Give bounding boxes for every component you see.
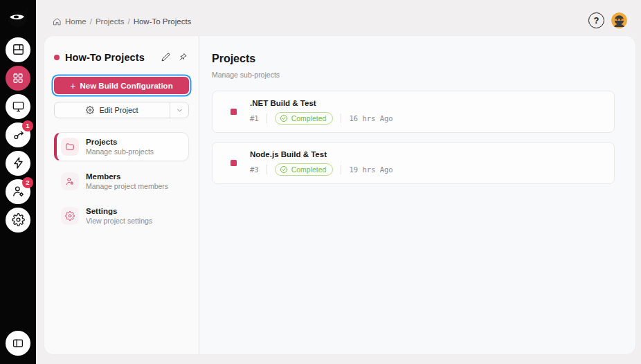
check-circle-icon <box>280 114 288 122</box>
breadcrumb-home[interactable]: Home <box>65 17 87 26</box>
meta-divider <box>267 113 267 123</box>
rail-item-collapse[interactable] <box>6 331 30 356</box>
breadcrumb-separator: / <box>127 17 129 26</box>
rail-item-pipelines[interactable]: 1 <box>6 122 30 147</box>
project-panel-header: How-To Projects <box>54 51 189 63</box>
chevron-down-icon <box>176 107 183 114</box>
breadcrumb: Home / Projects / How-To Projects <box>53 15 191 28</box>
sub-project-meta: #1 Completed 16 hrs Ago <box>250 112 393 125</box>
left-rail: 1 2 <box>0 0 36 364</box>
status-badge: Completed <box>275 112 334 125</box>
sidebar-collapse-icon <box>12 337 24 349</box>
card-body: .NET Build & Test #1 Completed 16 h <box>250 99 393 125</box>
pipelines-badge: 1 <box>22 120 33 131</box>
rail-item-users[interactable]: 2 <box>6 179 30 204</box>
apps-grid-icon <box>12 72 24 84</box>
panel-nav-settings[interactable]: Settings View project settings <box>54 201 189 230</box>
user-gear-icon <box>12 185 25 198</box>
project-color-square <box>231 109 237 115</box>
meta-divider <box>341 165 341 174</box>
edit-project-dropdown[interactable] <box>170 102 188 118</box>
ninja-logo[interactable] <box>4 4 32 32</box>
rail-item-monitor[interactable] <box>6 94 30 119</box>
avatar[interactable] <box>611 12 627 28</box>
page-subtitle: Manage sub-projects <box>212 71 615 79</box>
rail-item-agents[interactable] <box>6 151 30 176</box>
pin-icon <box>179 53 188 62</box>
pipeline-icon <box>12 128 25 141</box>
edit-project-label: Edit Project <box>99 106 138 114</box>
gear-icon <box>86 106 94 114</box>
panel-nav-settings-text: Settings View project settings <box>86 207 152 225</box>
folder-icon <box>61 138 79 156</box>
lightning-icon <box>12 156 25 170</box>
sub-project-card-dotnet[interactable]: .NET Build & Test #1 Completed 16 h <box>212 91 615 133</box>
check-circle-icon <box>280 165 288 174</box>
meta-divider <box>341 113 341 123</box>
nav-label: Projects <box>86 138 154 146</box>
home-icon <box>53 17 62 26</box>
avatar-ninja-image <box>611 12 627 28</box>
breadcrumb-current: How-To Projects <box>134 17 192 26</box>
plus-icon: + <box>70 81 75 91</box>
panel-nav-projects[interactable]: Projects Manage sub-projects <box>54 132 189 161</box>
panel-nav-projects-text: Projects Manage sub-projects <box>86 138 154 156</box>
sub-project-title: Node.js Build & Test <box>250 150 393 158</box>
nav-sublabel: View project settings <box>86 217 152 225</box>
question-icon: ? <box>594 15 599 26</box>
help-button[interactable]: ? <box>588 12 604 28</box>
status-badge: Completed <box>275 163 334 176</box>
edit-project-button[interactable]: Edit Project <box>54 102 189 118</box>
build-number: #3 <box>250 165 259 174</box>
users-badge: 2 <box>22 177 33 188</box>
main-content: Projects Manage sub-projects .NET Build … <box>199 36 635 354</box>
sub-project-list: .NET Build & Test #1 Completed 16 h <box>212 91 615 184</box>
breadcrumb-projects[interactable]: Projects <box>96 17 125 26</box>
sub-project-title: .NET Build & Test <box>250 99 393 107</box>
monitor-icon <box>12 100 25 113</box>
content-shell: How-To Projects + New Build Configuratio… <box>44 36 635 354</box>
project-color-square <box>231 160 237 166</box>
breadcrumb-separator: / <box>90 17 92 26</box>
settings-gear-icon <box>61 207 79 225</box>
edit-title-button[interactable] <box>160 51 172 63</box>
project-status-dot <box>54 55 60 60</box>
nav-sublabel: Manage sub-projects <box>86 147 154 156</box>
card-body: Node.js Build & Test #3 Completed 1 <box>250 150 393 176</box>
project-title: How-To Projects <box>65 52 154 63</box>
meta-divider <box>267 165 267 174</box>
edit-project-main: Edit Project <box>55 102 170 118</box>
build-time: 19 hrs Ago <box>349 165 392 174</box>
members-user-icon <box>61 172 79 190</box>
topbar-actions: ? <box>588 12 627 28</box>
dashboard-icon <box>12 43 25 56</box>
pencil-icon <box>161 53 170 62</box>
project-panel-nav: Projects Manage sub-projects Members Man… <box>54 132 189 230</box>
rail-item-projects[interactable] <box>6 66 30 91</box>
status-label: Completed <box>291 165 327 174</box>
new-build-configuration-label: New Build Configuration <box>80 82 173 90</box>
status-label: Completed <box>291 114 327 122</box>
pin-project-button[interactable] <box>177 51 189 63</box>
panel-nav-members-text: Members Manage project members <box>86 172 168 190</box>
nav-sublabel: Manage project members <box>86 182 168 190</box>
page-title: Projects <box>212 53 615 65</box>
new-build-configuration-button[interactable]: + New Build Configuration <box>54 77 189 94</box>
gear-icon <box>12 213 25 226</box>
nav-label: Settings <box>86 207 152 215</box>
nav-label: Members <box>86 172 168 181</box>
build-time: 16 hrs Ago <box>349 114 392 122</box>
sub-project-card-nodejs[interactable]: Node.js Build & Test #3 Completed 1 <box>212 142 615 184</box>
panel-nav-members[interactable]: Members Manage project members <box>54 167 189 196</box>
rail-item-settings[interactable] <box>6 208 30 233</box>
sub-project-meta: #3 Completed 19 hrs Ago <box>250 163 393 176</box>
project-panel: How-To Projects + New Build Configuratio… <box>44 36 199 354</box>
rail-item-dashboard[interactable] <box>6 37 30 62</box>
build-number: #1 <box>250 114 259 122</box>
